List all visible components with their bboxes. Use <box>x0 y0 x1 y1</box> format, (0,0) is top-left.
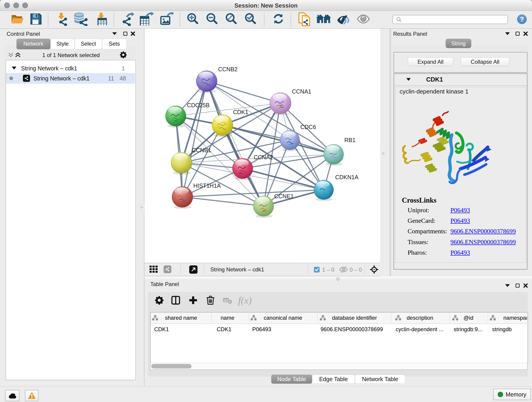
svg-text:CCNB1: CCNB1 <box>192 147 211 153</box>
svg-text:CDKN1A: CDKN1A <box>335 174 359 180</box>
svg-text:CDC6: CDC6 <box>300 124 316 130</box>
svg-text:HIST1H1A: HIST1H1A <box>193 182 221 189</box>
svg-text:CDC25B: CDC25B <box>187 102 210 108</box>
svg-text:RB1: RB1 <box>344 137 355 143</box>
svg-text:CDK1: CDK1 <box>233 109 248 115</box>
svg-text:CCNE1: CCNE1 <box>274 193 294 199</box>
svg-text:CCNB2: CCNB2 <box>218 66 238 72</box>
svg-text:CCNA1: CCNA1 <box>292 88 311 95</box>
svg-text:CCNA2: CCNA2 <box>254 154 273 160</box>
